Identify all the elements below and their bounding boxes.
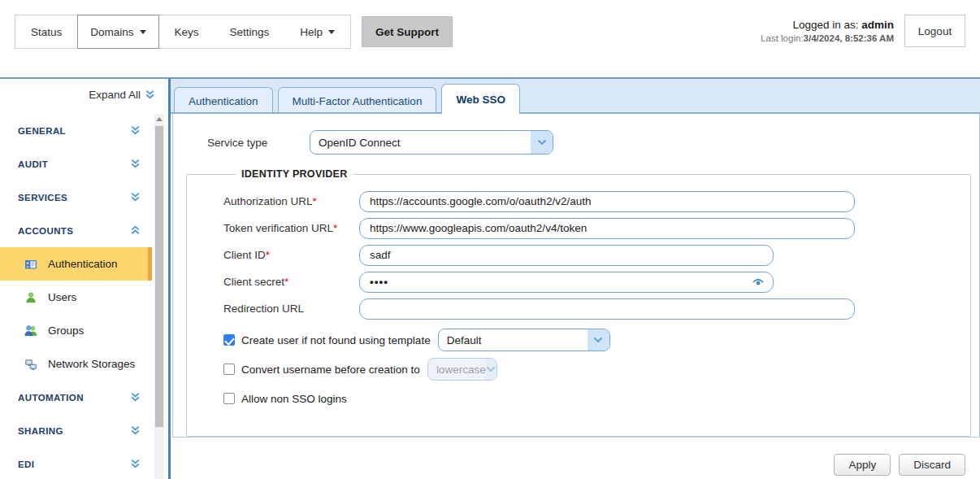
required-asterisk: * [313,195,317,207]
nav-item-domains[interactable]: Domains [77,15,158,49]
sidebar-item-network-storages[interactable]: Network Storages [0,347,152,381]
case-select-value: lowercase [428,364,486,376]
client-secret-row: Client secret* [223,268,959,295]
fieldset-legend: IDENTITY PROVIDER [236,168,353,180]
convert-username-checkbox[interactable] [223,364,235,375]
nav-item-keys[interactable]: Keys [159,15,215,48]
nav-item-settings[interactable]: Settings [215,15,285,48]
create-user-label: Create user if not found using template [241,334,431,346]
sidebar-item-label: Network Storages [48,358,135,370]
chevron-down-icon [588,329,609,351]
last-login-value: 3/4/2024, 8:52:36 AM [804,33,894,43]
expand-all-button[interactable]: Expand All [89,89,155,101]
client-id-label: Client ID* [223,249,359,261]
section-label: AUDIT [18,159,48,169]
client-id-input[interactable] [359,245,774,266]
user-template-select[interactable]: Default [438,329,610,351]
service-type-label: Service type [207,137,310,149]
sidebar-section-general[interactable]: GENERAL [0,114,152,147]
required-asterisk: * [284,276,288,288]
nav-keys-label: Keys [175,26,199,38]
allow-non-sso-checkbox[interactable] [223,393,235,404]
section-label: AUTOMATION [18,393,84,403]
service-type-value: OpenID Connect [310,137,531,149]
sidebar-section-accounts[interactable]: ACCOUNTS [0,214,152,247]
sidebar-section-automation[interactable]: AUTOMATION [0,381,152,414]
convert-username-label: Convert username before creation to [241,364,420,376]
sidebar-section-audit[interactable]: AUDIT [0,147,152,181]
form-actions: Apply Discard [834,454,965,476]
nav-item-status[interactable]: Status [15,15,77,48]
sidebar-item-authentication[interactable]: Authentication [0,247,152,281]
sidebar-section-edi[interactable]: EDI [0,447,152,479]
users-icon [24,324,37,337]
caret-down-icon [328,30,335,34]
main-nav: Status Domains Keys Settings Help [15,15,351,49]
get-support-button[interactable]: Get Support [362,16,453,47]
sidebar-nav-list: GENERAL AUDIT SERVICES ACCOUNTS [0,114,152,479]
case-select-disabled: lowercase [427,358,497,381]
user-icon [24,291,37,304]
apply-button[interactable]: Apply [834,454,891,476]
section-label: SHARING [18,426,63,436]
sidebar-scrollbar[interactable] [154,114,164,479]
content-area: Authentication Multi-Factor Authenticati… [171,79,980,479]
nav-domains-label: Domains [90,26,133,38]
logged-in-as: Logged in as: admin [761,18,894,33]
web-sso-panel: Service type OpenID Connect IDENTITY PRO… [172,114,980,438]
tab-authentication[interactable]: Authentication [174,87,273,114]
convert-username-row: Convert username before creation to lowe… [223,358,959,381]
sidebar-item-label: Users [48,291,76,303]
nav-item-help[interactable]: Help [284,15,350,48]
authorization-url-input[interactable] [359,191,855,212]
tab-web-sso[interactable]: Web SSO [441,84,520,114]
tab-strip-border [171,112,980,114]
chevron-down-icon [486,359,497,380]
logged-in-username: admin [861,19,894,31]
authorization-url-label: Authorization URL* [223,195,359,207]
user-template-value: Default [439,334,588,346]
double-chevron-down-icon [145,89,155,100]
sidebar-item-users[interactable]: Users [0,281,152,314]
section-label: EDI [18,459,34,469]
double-chevron-down-icon [130,125,141,136]
redirection-url-label: Redirection URL [223,303,359,315]
discard-button[interactable]: Discard [899,454,965,476]
top-header: Status Domains Keys Settings Help Get Su… [0,0,980,77]
chevron-down-icon [531,131,553,154]
caret-down-icon [140,30,146,34]
allow-non-sso-row: Allow non SSO logins [223,387,959,410]
expand-all-label: Expand All [89,89,141,101]
login-info: Logged in as: admin Last login:3/4/2024,… [761,18,894,46]
double-chevron-down-icon [130,192,141,202]
redirection-url-input[interactable] [359,298,855,320]
token-verification-url-input[interactable] [359,218,855,239]
required-asterisk: * [266,249,270,261]
create-user-checkbox[interactable] [223,334,235,346]
sidebar: Expand All GENERAL AUDIT SERVICES ACCOUN [0,79,168,479]
client-secret-wrap [359,272,774,293]
tab-strip: Authentication Multi-Factor Authenticati… [171,79,980,114]
client-secret-input[interactable] [359,272,774,293]
section-label: ACCOUNTS [18,226,73,236]
section-label: SERVICES [18,193,67,202]
sidebar-item-groups[interactable]: Groups [0,314,152,347]
allow-non-sso-label: Allow non SSO logins [241,393,347,405]
tabs: Authentication Multi-Factor Authenticati… [174,79,520,114]
scrollbar-thumb[interactable] [155,126,163,427]
nav-help-label: Help [300,26,323,38]
service-type-select[interactable]: OpenID Connect [310,130,553,155]
sidebar-item-label: Authentication [48,258,118,270]
sidebar-section-services[interactable]: SERVICES [0,181,152,214]
client-secret-label: Client secret* [223,276,359,288]
client-id-row: Client ID* [223,242,959,268]
tab-multi-factor-authentication[interactable]: Multi-Factor Authentication [278,87,437,114]
scrollbar-up-arrow[interactable] [154,114,164,124]
network-icon [24,358,37,371]
sidebar-section-sharing[interactable]: SHARING [0,414,152,447]
logout-button[interactable]: Logout [904,15,965,47]
eye-icon[interactable] [751,276,765,289]
authorization-url-row: Authorization URL* [223,188,959,215]
double-chevron-down-icon [130,159,141,169]
last-login: Last login:3/4/2024, 8:52:36 AM [761,33,894,46]
